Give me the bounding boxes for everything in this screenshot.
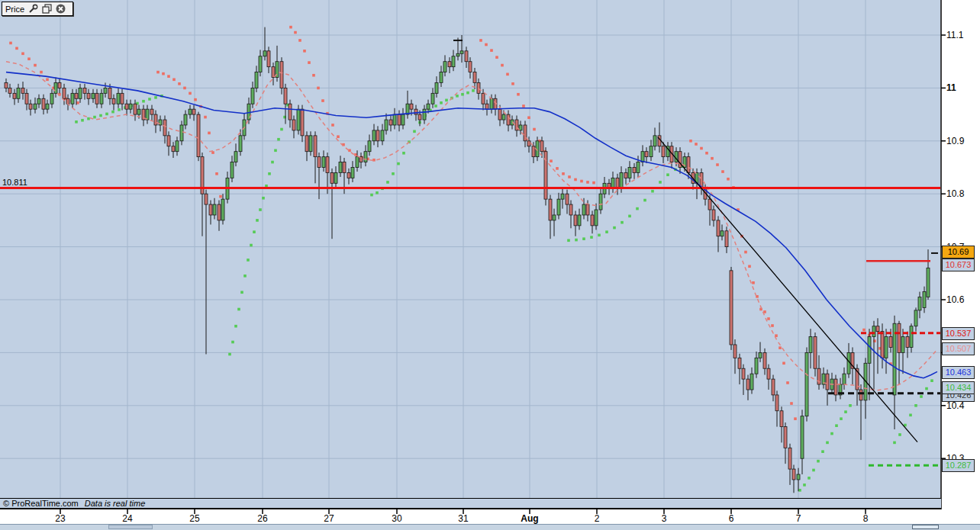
level-tag[interactable]: 10.673: [942, 259, 975, 271]
last-price-tag[interactable]: 10.69: [942, 246, 975, 259]
candle-down: [5, 82, 8, 88]
x-axis-label: 30: [392, 513, 401, 524]
sar-dot-red: [862, 329, 866, 332]
candle-up: [100, 93, 103, 104]
sar-dot-green: [376, 191, 379, 194]
candle-down: [410, 104, 413, 109]
candle-up: [180, 125, 183, 141]
candle-down: [218, 204, 221, 220]
candle-up: [918, 297, 921, 310]
ma-value-tag[interactable]: 10.463: [942, 366, 975, 379]
sar-dot-green: [567, 239, 570, 242]
level-tag[interactable]: 10.287: [942, 459, 975, 472]
x-axis-label: 6: [729, 513, 734, 524]
scrollbar-thumb[interactable]: [912, 525, 939, 529]
candle-down: [767, 368, 770, 379]
candle-up: [868, 337, 871, 364]
ma-value-tag[interactable]: 10.507: [942, 342, 975, 355]
candle-down: [292, 120, 295, 130]
level-tag[interactable]: 10.537: [942, 327, 975, 340]
sar-dot-red: [172, 78, 176, 81]
candle-down: [284, 88, 287, 104]
candle-up: [239, 136, 242, 152]
candle-up: [356, 157, 359, 168]
candle-up: [440, 72, 443, 83]
sar-dot-red: [479, 39, 482, 42]
candle-up: [443, 62, 446, 72]
candle-down: [21, 88, 24, 93]
overlap-windows-icon[interactable]: [41, 4, 52, 14]
sar-value-tag[interactable]: 10.434: [942, 381, 975, 394]
sar-dot-red: [354, 153, 357, 156]
x-axis-label: 24: [122, 513, 132, 524]
candle-up: [50, 93, 53, 104]
sar-dot-red: [744, 251, 747, 254]
close-icon[interactable]: [55, 4, 66, 14]
price-chart-canvas[interactable]: [0, 0, 980, 530]
x-axis-label: 2: [595, 513, 600, 524]
chart-title-bar[interactable]: Price: [2, 2, 73, 16]
x-axis-label: 7: [796, 513, 801, 524]
sar-dot-green: [925, 387, 928, 390]
candle-down: [792, 469, 795, 480]
sar-dot-red: [550, 159, 553, 162]
candle-up: [213, 204, 216, 215]
sar-dot-green: [265, 185, 268, 188]
x-axis-label: 25: [189, 513, 199, 524]
sar-dot-green: [231, 341, 234, 344]
candle-up: [322, 157, 325, 168]
candle-down: [662, 146, 665, 157]
sar-dot-red: [533, 128, 536, 131]
sar-dot-green: [105, 113, 108, 116]
sar-dot-red: [348, 149, 351, 152]
candle-down: [482, 93, 485, 104]
candle-down: [876, 326, 879, 332]
sar-dot-green: [247, 259, 250, 262]
sar-dot-green: [280, 128, 283, 131]
candle-up: [37, 98, 40, 104]
sar-dot-green: [386, 181, 389, 184]
scrollbar-thumb[interactable]: [108, 525, 153, 529]
sar-dot-green: [812, 469, 815, 472]
candle-down: [772, 379, 775, 395]
candle-up: [557, 199, 560, 215]
sar-dot-green: [271, 161, 274, 164]
wrench-icon[interactable]: [27, 4, 38, 14]
sar-dot-green: [75, 120, 78, 124]
sar-dot-green: [598, 234, 601, 237]
candle-up: [843, 374, 846, 384]
sar-dot-red: [522, 104, 525, 108]
candle-down: [314, 136, 317, 157]
sar-dot-green: [262, 197, 265, 200]
candle-down: [318, 157, 321, 168]
candle-down: [591, 215, 594, 226]
sar-dot-green: [798, 489, 801, 492]
candle-up: [653, 136, 656, 146]
sar-dot-green: [930, 379, 933, 382]
candle-down: [301, 109, 304, 136]
sar-dot-red: [183, 87, 186, 90]
sar-dot-green: [659, 181, 662, 184]
sar-dot-red: [167, 75, 170, 78]
sar-dot-red: [303, 50, 306, 53]
candle-up: [251, 88, 254, 104]
sar-dot-green: [898, 433, 901, 436]
candle-down: [477, 82, 480, 93]
candle-down: [108, 88, 111, 98]
sar-dot-red: [767, 317, 770, 320]
sar-dot-red: [748, 265, 751, 268]
sar-dot-green: [456, 95, 459, 98]
candle-up: [595, 210, 598, 226]
candle-up: [893, 323, 896, 395]
candle-down: [25, 93, 28, 104]
sar-dot-red: [586, 181, 589, 184]
y-axis-tick-label: 10.8: [946, 188, 964, 199]
sar-dot-red: [771, 324, 774, 327]
candle-up: [234, 152, 237, 162]
candle-down: [586, 204, 589, 215]
sar-dot-red: [517, 93, 520, 96]
candle-down: [376, 130, 379, 141]
sar-dot-green: [914, 404, 917, 407]
sar-dot-green: [392, 172, 395, 175]
sar-dot-red: [485, 43, 488, 47]
